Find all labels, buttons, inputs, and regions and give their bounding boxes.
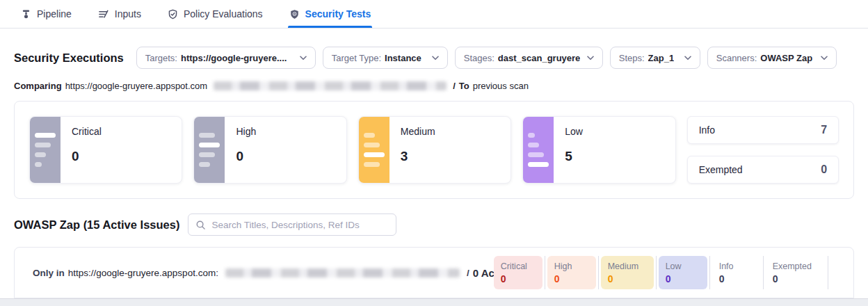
chip-label: Critical [501,261,536,271]
severity-count: 5 [565,149,583,164]
severity-count: 0 [72,149,102,164]
dropdown-value: OWASP Zap [760,53,812,63]
chip-divider [709,256,710,289]
to-label: To [459,81,469,91]
tab-security-tests[interactable]: Security Tests [289,0,371,28]
dropdown-value: https://google-gruyere.... [181,53,287,63]
scanners-dropdown[interactable]: Scanners: OWASP Zap [707,47,837,69]
chip-count: 0 [608,273,647,284]
severity-level-icon [523,117,554,183]
tab-pipeline[interactable]: Pipeline [21,0,72,28]
severity-label: High [236,126,256,137]
top-tab-bar: Pipeline Inputs Policy Evaluations Secur… [0,0,868,29]
chip-divider [598,256,599,289]
severity-chip-row: Critical 0 High 0 Medium 0 Low 0 Info 0 … [494,256,860,289]
only-in-url: https://google-gruyere.appspot.com: [68,268,218,278]
tab-inputs[interactable]: Inputs [98,0,141,28]
chip-count: 0 [554,273,589,284]
steps-dropdown[interactable]: Steps: Zap_1 [610,47,700,69]
dropdown-label: Steps: [619,53,645,63]
chevron-down-icon [677,56,691,61]
chevron-down-icon [580,56,594,61]
pipeline-icon [21,9,31,19]
search-input[interactable] [211,220,389,230]
tab-policy-evaluations[interactable]: Policy Evaluations [168,0,263,28]
chip-count: 0 [666,273,700,284]
severity-card-high[interactable]: High 0 [193,116,346,184]
comparing-label: Comparing [14,81,62,91]
severity-card-low[interactable]: Low 5 [522,116,675,184]
chip-high: High 0 [547,256,596,289]
comparing-separator: / [453,81,456,91]
severity-count: 3 [401,149,435,164]
chip-label: Medium [608,261,647,271]
exempted-count: 0 [821,163,827,176]
only-in-comparison-row[interactable]: Only in https://google-gruyere.appspot.c… [14,247,854,298]
severity-card-critical[interactable]: Critical 0 [29,116,182,184]
info-card[interactable]: Info 7 [687,116,839,144]
only-in-label: Only in [33,268,65,278]
inputs-icon [98,9,109,19]
chip-divider [828,256,828,289]
tab-label: Policy Evaluations [184,8,263,19]
dropdown-label: Scanners: [716,53,757,63]
chip-label: Exempted [773,261,819,271]
severity-label: Medium [401,126,435,137]
search-icon [195,220,206,230]
targets-dropdown[interactable]: Targets: https://google-gruyere.... [136,47,316,69]
only-in-text: Only in https://google-gruyere.appspot.c… [33,267,494,279]
dropdown-value: Instance [385,53,421,63]
chevron-down-icon [293,56,307,61]
security-shield-icon [289,9,300,19]
severity-level-icon [30,117,61,183]
dropdown-value: dast_scan_gruyere [498,53,580,63]
side-cards-column: Info 7 Exempted 0 [687,116,839,184]
active-issues-count: 0 Active Issues [473,267,494,279]
chip-label: Info [719,261,754,271]
chip-critical: Critical 0 [494,256,542,289]
severity-level-icon [359,117,389,183]
chip-divider [763,256,764,289]
issues-header-row: OWASP Zap (15 Active Issues) [14,214,854,236]
severity-summary-panel: Critical 0 High 0 Medium 3 Low 5 [14,101,854,199]
dropdown-label: Targets: [145,53,177,63]
chip-medium: Medium 0 [601,256,654,289]
filters-row: Security Executions Targets: https://goo… [14,47,854,69]
severity-label: Critical [72,126,102,137]
chip-divider [656,256,657,289]
dropdown-label: Stages: [464,53,495,63]
policy-shield-check-icon [168,9,178,19]
issues-search-box [188,214,396,236]
chevron-down-icon [814,56,828,61]
dropdown-label: Target Type: [332,53,381,63]
dropdown-value: Zap_1 [648,53,675,63]
tab-label: Pipeline [37,8,72,19]
issues-section-title: OWASP Zap (15 Active Issues) [14,218,179,232]
info-count: 7 [821,124,827,136]
chip-low: Low 0 [659,256,707,289]
chip-count: 0 [773,273,819,284]
chip-info: Info 0 [712,256,761,289]
chevron-down-icon [425,56,439,61]
severity-count: 0 [236,149,256,164]
chip-label: High [554,261,589,271]
comparing-url: https://google-gruyere.appspot.com [65,81,208,91]
clipped-content-strip [0,298,868,306]
chip-label: Low [666,261,700,271]
page-title: Security Executions [14,51,124,65]
tab-label: Inputs [115,8,141,19]
exempted-card[interactable]: Exempted 0 [687,156,839,184]
redacted-text [214,81,447,90]
info-label: Info [699,124,715,136]
target-type-dropdown[interactable]: Target Type: Instance [323,47,448,69]
chip-count: 0 [501,273,536,284]
severity-card-medium[interactable]: Medium 3 [358,116,511,184]
exempted-label: Exempted [699,164,743,175]
redacted-text [225,268,460,277]
only-in-separator: / [467,268,469,278]
severity-label: Low [565,126,583,137]
tab-label: Security Tests [305,8,371,19]
chip-count: 0 [719,273,754,284]
stages-dropdown[interactable]: Stages: dast_scan_gruyere [455,47,603,69]
chip-exempted: Exempted 0 [766,256,826,289]
